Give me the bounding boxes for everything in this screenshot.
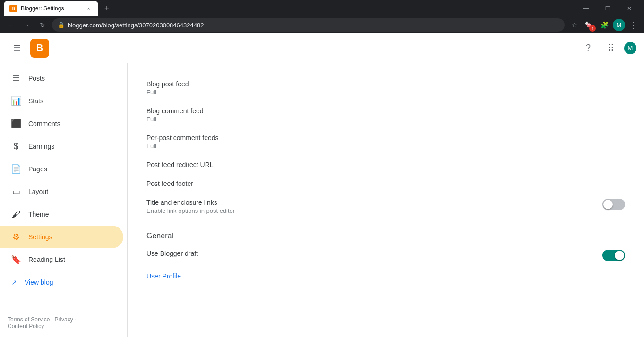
sidebar-item-earnings-label: Earnings bbox=[28, 143, 54, 150]
sidebar-footer: Terms of Service · Privacy · Content Pol… bbox=[0, 312, 127, 337]
toggle-track-on bbox=[602, 250, 625, 261]
help-button[interactable]: ? bbox=[579, 39, 598, 58]
per-post-comment-feeds-label: Per-post comment feeds bbox=[146, 134, 219, 142]
post-feed-footer-row: Post feed footer bbox=[146, 174, 625, 193]
post-feed-footer-label: Post feed footer bbox=[146, 180, 193, 187]
apps-button[interactable]: ⠿ bbox=[601, 39, 620, 58]
apps-icon: ⠿ bbox=[608, 42, 615, 54]
post-feed-redirect-label: Post feed redirect URL bbox=[146, 161, 214, 168]
view-blog-icon: ↗ bbox=[11, 278, 17, 286]
sidebar-item-stats[interactable]: 📊 Stats bbox=[0, 90, 123, 112]
sidebar-nav: ☰ Posts 📊 Stats ⬛ Comments $ Earnings bbox=[0, 63, 127, 312]
menu-button[interactable]: ⋮ bbox=[627, 18, 640, 32]
profile-button[interactable]: M bbox=[613, 19, 625, 31]
reading-list-icon: 🔖 bbox=[11, 254, 21, 265]
sidebar-item-layout-label: Layout bbox=[28, 188, 48, 195]
sidebar-item-reading-list[interactable]: 🔖 Reading List bbox=[0, 248, 123, 271]
back-button[interactable]: ← bbox=[4, 18, 17, 32]
layout-icon: ▭ bbox=[11, 186, 21, 197]
url-text: blogger.com/blog/settings/30702030084643… bbox=[68, 22, 559, 29]
extensions-button[interactable]: 🧩 bbox=[598, 18, 611, 32]
toggle-thumb-on bbox=[615, 251, 624, 260]
blog-comment-feed-info: Blog comment feed Full bbox=[146, 107, 204, 123]
minimize-button[interactable]: — bbox=[575, 1, 597, 16]
browser-chrome: B Blogger: Settings × + — ❒ ✕ ← → ↻ 🔒 bl… bbox=[0, 0, 644, 33]
posts-icon: ☰ bbox=[11, 73, 21, 84]
url-bar[interactable]: 🔒 blogger.com/blog/settings/307020300846… bbox=[52, 18, 565, 32]
sidebar-item-pages-label: Pages bbox=[28, 165, 47, 173]
sidebar-item-earnings[interactable]: $ Earnings bbox=[0, 135, 123, 158]
pages-icon: 📄 bbox=[11, 164, 21, 174]
sidebar-item-posts-label: Posts bbox=[28, 75, 45, 82]
forward-button[interactable]: → bbox=[20, 18, 33, 32]
per-post-comment-feeds-value: Full bbox=[146, 143, 219, 150]
earnings-icon: $ bbox=[11, 142, 21, 152]
star-button[interactable]: ☆ bbox=[567, 18, 581, 32]
tab-favicon: B bbox=[9, 5, 17, 12]
theme-icon: 🖌 bbox=[11, 210, 21, 219]
extension-badge: 4 bbox=[589, 25, 596, 32]
blogger-logo: B bbox=[30, 39, 49, 58]
app-header: ☰ B ? ⠿ M bbox=[0, 33, 644, 63]
view-blog-item[interactable]: ↗ View blog bbox=[0, 271, 127, 294]
maximize-button[interactable]: ❒ bbox=[597, 1, 618, 16]
post-feed-redirect-row: Post feed redirect URL bbox=[146, 155, 625, 174]
close-button[interactable]: ✕ bbox=[618, 1, 640, 16]
content-area: Blog post feed Full Blog comment feed Fu… bbox=[128, 63, 644, 337]
toggle-track-off bbox=[602, 199, 625, 210]
title-enclosure-label: Title and enclosure links bbox=[146, 199, 235, 206]
view-blog-label: View blog bbox=[25, 278, 53, 286]
use-blogger-draft-label: Use Blogger draft bbox=[146, 250, 198, 257]
blog-comment-feed-row: Blog comment feed Full bbox=[146, 101, 625, 128]
sidebar-item-pages[interactable]: 📄 Pages bbox=[0, 158, 123, 180]
section-divider bbox=[146, 224, 625, 224]
content-policy-link[interactable]: Content Policy bbox=[8, 323, 44, 329]
comments-icon: ⬛ bbox=[11, 118, 21, 129]
hamburger-button[interactable]: ☰ bbox=[8, 39, 26, 58]
sidebar: ☰ Posts 📊 Stats ⬛ Comments $ Earnings bbox=[0, 63, 128, 337]
separator-2: · bbox=[75, 316, 76, 323]
terms-link[interactable]: Terms of Service bbox=[8, 316, 50, 323]
use-blogger-draft-toggle[interactable] bbox=[602, 250, 625, 261]
sidebar-item-posts[interactable]: ☰ Posts bbox=[0, 67, 123, 90]
sidebar-item-stats-label: Stats bbox=[28, 97, 43, 105]
sidebar-item-theme-label: Theme bbox=[28, 211, 49, 218]
blog-comment-feed-value: Full bbox=[146, 116, 204, 123]
privacy-link[interactable]: Privacy bbox=[54, 316, 73, 323]
blog-post-feed-label: Blog post feed bbox=[146, 80, 189, 88]
sidebar-item-comments[interactable]: ⬛ Comments bbox=[0, 112, 123, 135]
general-section-title: General bbox=[146, 232, 625, 240]
sidebar-item-settings[interactable]: ⚙ Settings bbox=[0, 226, 123, 248]
new-tab-button[interactable]: + bbox=[100, 2, 113, 15]
title-enclosure-sublabel: Enable link options in post editor bbox=[146, 207, 235, 214]
title-enclosure-info: Title and enclosure links Enable link op… bbox=[146, 199, 235, 214]
tab-title: Blogger: Settings bbox=[21, 5, 81, 12]
refresh-button[interactable]: ↻ bbox=[36, 18, 49, 32]
help-icon: ? bbox=[586, 43, 591, 53]
stats-icon: 📊 bbox=[11, 96, 21, 106]
user-profile-link[interactable]: User Profile bbox=[146, 272, 181, 280]
blog-post-feed-info: Blog post feed Full bbox=[146, 80, 189, 96]
toggle-thumb bbox=[603, 200, 613, 209]
tab-close-button[interactable]: × bbox=[85, 5, 93, 12]
sidebar-item-layout[interactable]: ▭ Layout bbox=[0, 180, 123, 203]
user-avatar[interactable]: M bbox=[624, 42, 636, 54]
title-enclosure-toggle[interactable] bbox=[602, 199, 625, 210]
lock-icon: 🔒 bbox=[58, 22, 65, 28]
user-profile-row: User Profile bbox=[146, 267, 625, 286]
app-container: ☰ B ? ⠿ M ☰ Posts 📊 bbox=[0, 33, 644, 337]
main-layout: ☰ Posts 📊 Stats ⬛ Comments $ Earnings bbox=[0, 63, 644, 337]
browser-tab[interactable]: B Blogger: Settings × bbox=[4, 1, 98, 16]
header-actions: ? ⠿ M bbox=[579, 39, 636, 58]
blog-post-feed-row: Blog post feed Full bbox=[146, 75, 625, 101]
blog-post-feed-value: Full bbox=[146, 89, 189, 96]
sidebar-item-settings-label: Settings bbox=[28, 233, 52, 241]
sidebar-item-reading-list-label: Reading List bbox=[28, 256, 65, 263]
sidebar-item-theme[interactable]: 🖌 Theme bbox=[0, 203, 123, 226]
title-enclosure-row: Title and enclosure links Enable link op… bbox=[146, 193, 625, 220]
settings-icon: ⚙ bbox=[11, 232, 21, 242]
sidebar-item-comments-label: Comments bbox=[28, 120, 60, 127]
use-blogger-draft-row: Use Blogger draft bbox=[146, 244, 625, 267]
per-post-comment-feeds-row: Per-post comment feeds Full bbox=[146, 128, 625, 155]
blog-comment-feed-label: Blog comment feed bbox=[146, 107, 204, 115]
